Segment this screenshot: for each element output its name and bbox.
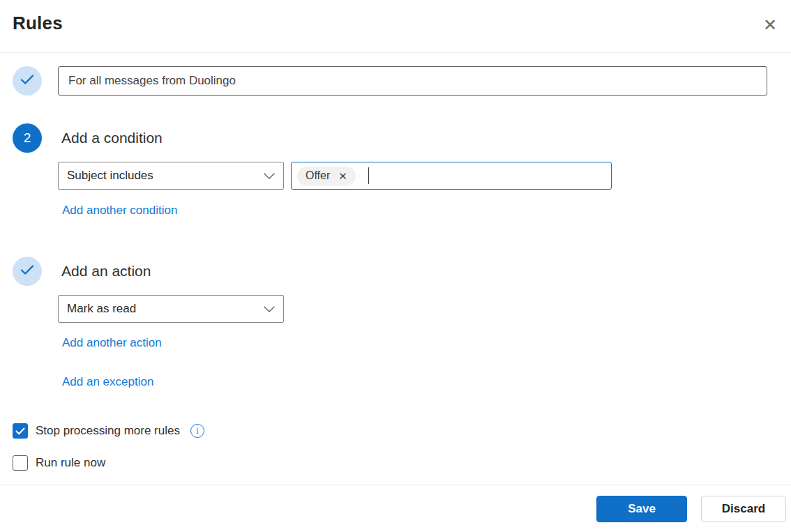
stop-processing-checkbox[interactable] [13,423,28,439]
rule-name-row [13,66,791,96]
rule-name-input[interactable] [58,66,767,96]
run-rule-now-checkbox[interactable] [13,455,28,471]
checkmark-icon [20,264,34,278]
step1-complete-indicator [13,66,42,96]
condition-type-dropdown[interactable]: Subject includes [58,162,284,190]
step2-indicator: 2 [13,123,42,153]
dialog-header: Rules ✕ [0,0,791,53]
run-rule-now-row: Run rule now [13,455,791,471]
action-type-dropdown[interactable]: Mark as read [58,295,284,323]
action-type-value: Mark as read [67,302,136,316]
condition-tag: Offer ✕ [297,167,356,185]
condition-controls: Subject includes Offer ✕ [58,162,791,190]
info-icon[interactable]: i [190,424,204,438]
run-rule-now-label: Run rule now [36,456,105,470]
condition-value-input[interactable]: Offer ✕ [291,162,612,190]
discard-button[interactable]: Discard [701,496,786,522]
condition-tag-label: Offer [306,169,330,182]
condition-type-value: Subject includes [67,169,153,183]
add-exception-link[interactable]: Add an exception [62,375,153,389]
step2-number: 2 [24,130,31,146]
checkmark-icon [20,74,34,88]
condition-heading: Add a condition [61,130,163,146]
add-another-action-link[interactable]: Add another action [62,336,162,350]
save-button[interactable]: Save [596,496,687,522]
chevron-down-icon [264,169,275,182]
action-section-header: Add an action [13,257,791,286]
text-cursor [368,167,370,184]
close-icon[interactable]: ✕ [759,14,781,36]
tag-remove-icon[interactable]: ✕ [338,171,347,181]
dialog-footer: Save Discard [0,485,791,532]
stop-processing-label: Stop processing more rules [36,424,180,438]
action-controls: Mark as read [58,295,791,323]
condition-section-header: 2 Add a condition [13,123,791,153]
dialog-title: Rules [13,13,63,34]
step3-complete-indicator [13,257,42,286]
stop-processing-row: Stop processing more rules i [13,423,791,439]
chevron-down-icon [264,303,275,315]
action-heading: Add an action [61,263,151,280]
add-another-condition-link[interactable]: Add another condition [62,204,177,218]
dialog-body: 2 Add a condition Subject includes Offer… [0,66,791,471]
